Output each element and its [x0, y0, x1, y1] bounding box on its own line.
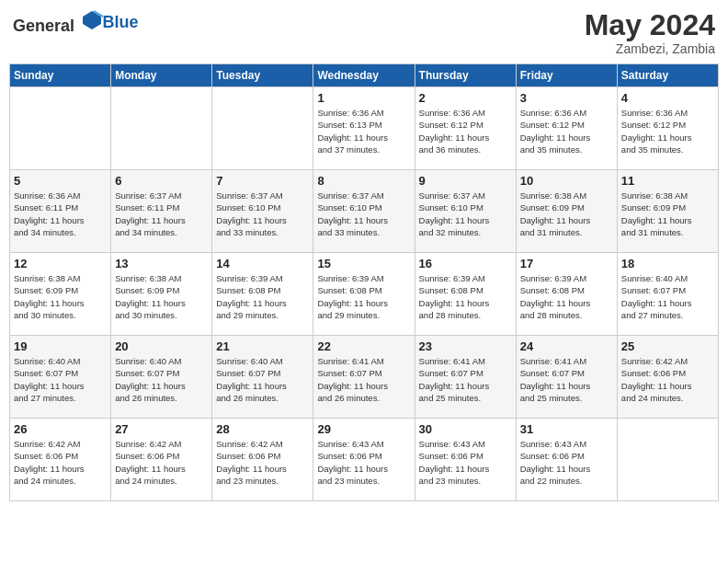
calendar-day-cell	[212, 87, 313, 170]
day-number: 21	[216, 339, 309, 353]
logo-general: General	[13, 17, 74, 35]
day-info: Sunrise: 6:36 AM Sunset: 6:12 PM Dayligh…	[419, 107, 512, 155]
day-number: 25	[621, 339, 714, 353]
calendar-day-cell: 3Sunrise: 6:36 AM Sunset: 6:12 PM Daylig…	[516, 87, 617, 170]
page-header: General Blue May 2024 Zambezi, Zambia	[9, 9, 719, 56]
calendar-day-cell: 8Sunrise: 6:37 AM Sunset: 6:10 PM Daylig…	[313, 170, 415, 253]
day-info: Sunrise: 6:43 AM Sunset: 6:06 PM Dayligh…	[419, 438, 512, 487]
header-monday: Monday	[111, 64, 212, 87]
location-subtitle: Zambezi, Zambia	[585, 41, 715, 56]
title-block: May 2024 Zambezi, Zambia	[585, 9, 715, 56]
day-number: 15	[317, 257, 410, 270]
day-number: 9	[419, 174, 512, 188]
calendar-day-cell: 20Sunrise: 6:40 AM Sunset: 6:07 PM Dayli…	[111, 336, 212, 419]
day-number: 11	[621, 174, 714, 188]
day-number: 31	[520, 422, 613, 436]
day-number: 23	[419, 339, 512, 353]
day-info: Sunrise: 6:36 AM Sunset: 6:13 PM Dayligh…	[317, 107, 410, 155]
day-info: Sunrise: 6:42 AM Sunset: 6:06 PM Dayligh…	[115, 438, 208, 487]
day-info: Sunrise: 6:43 AM Sunset: 6:06 PM Dayligh…	[317, 438, 410, 487]
header-tuesday: Tuesday	[212, 64, 313, 87]
day-info: Sunrise: 6:40 AM Sunset: 6:07 PM Dayligh…	[14, 355, 107, 404]
day-info: Sunrise: 6:42 AM Sunset: 6:06 PM Dayligh…	[216, 438, 309, 487]
calendar-day-cell: 13Sunrise: 6:38 AM Sunset: 6:09 PM Dayli…	[111, 253, 212, 336]
day-info: Sunrise: 6:38 AM Sunset: 6:09 PM Dayligh…	[14, 272, 107, 321]
calendar-day-cell: 19Sunrise: 6:40 AM Sunset: 6:07 PM Dayli…	[10, 336, 111, 419]
day-number: 7	[216, 174, 309, 188]
day-info: Sunrise: 6:41 AM Sunset: 6:07 PM Dayligh…	[419, 355, 512, 404]
calendar-day-cell: 29Sunrise: 6:43 AM Sunset: 6:06 PM Dayli…	[313, 419, 415, 501]
day-number: 30	[419, 422, 512, 436]
calendar-day-cell: 25Sunrise: 6:42 AM Sunset: 6:06 PM Dayli…	[617, 336, 718, 419]
header-saturday: Saturday	[617, 64, 718, 87]
day-number: 26	[14, 422, 107, 436]
calendar-week-row: 5Sunrise: 6:36 AM Sunset: 6:11 PM Daylig…	[10, 170, 719, 253]
header-row: SundayMondayTuesdayWednesdayThursdayFrid…	[10, 64, 719, 87]
day-info: Sunrise: 6:36 AM Sunset: 6:11 PM Dayligh…	[14, 190, 107, 238]
day-number: 22	[317, 339, 410, 353]
day-info: Sunrise: 6:39 AM Sunset: 6:08 PM Dayligh…	[419, 272, 512, 321]
day-number: 19	[14, 339, 107, 353]
day-info: Sunrise: 6:40 AM Sunset: 6:07 PM Dayligh…	[115, 355, 208, 404]
day-info: Sunrise: 6:42 AM Sunset: 6:06 PM Dayligh…	[14, 438, 107, 487]
day-number: 13	[115, 257, 208, 270]
calendar-week-row: 26Sunrise: 6:42 AM Sunset: 6:06 PM Dayli…	[10, 419, 719, 501]
day-number: 6	[115, 174, 208, 188]
day-number: 5	[14, 174, 107, 188]
day-number: 16	[419, 257, 512, 270]
calendar-day-cell: 16Sunrise: 6:39 AM Sunset: 6:08 PM Dayli…	[415, 253, 516, 336]
calendar-day-cell: 27Sunrise: 6:42 AM Sunset: 6:06 PM Dayli…	[111, 419, 212, 501]
day-info: Sunrise: 6:36 AM Sunset: 6:12 PM Dayligh…	[520, 107, 613, 155]
day-number: 18	[621, 257, 714, 270]
calendar-week-row: 1Sunrise: 6:36 AM Sunset: 6:13 PM Daylig…	[10, 87, 719, 170]
calendar-day-cell: 5Sunrise: 6:36 AM Sunset: 6:11 PM Daylig…	[10, 170, 111, 253]
day-number: 2	[419, 91, 512, 105]
day-number: 28	[216, 422, 309, 436]
calendar-day-cell: 18Sunrise: 6:40 AM Sunset: 6:07 PM Dayli…	[617, 253, 718, 336]
logo-blue: Blue	[103, 13, 139, 31]
calendar-table: SundayMondayTuesdayWednesdayThursdayFrid…	[9, 63, 719, 501]
day-info: Sunrise: 6:39 AM Sunset: 6:08 PM Dayligh…	[520, 272, 613, 321]
calendar-day-cell: 6Sunrise: 6:37 AM Sunset: 6:11 PM Daylig…	[111, 170, 212, 253]
calendar-day-cell	[617, 419, 718, 501]
day-info: Sunrise: 6:39 AM Sunset: 6:08 PM Dayligh…	[216, 272, 309, 321]
header-wednesday: Wednesday	[313, 64, 415, 87]
day-info: Sunrise: 6:38 AM Sunset: 6:09 PM Dayligh…	[115, 272, 208, 321]
day-number: 3	[520, 91, 613, 105]
day-number: 29	[317, 422, 410, 436]
calendar-header: SundayMondayTuesdayWednesdayThursdayFrid…	[10, 64, 719, 87]
calendar-day-cell: 17Sunrise: 6:39 AM Sunset: 6:08 PM Dayli…	[516, 253, 617, 336]
calendar-day-cell: 28Sunrise: 6:42 AM Sunset: 6:06 PM Dayli…	[212, 419, 313, 501]
calendar-day-cell	[111, 87, 212, 170]
day-info: Sunrise: 6:40 AM Sunset: 6:07 PM Dayligh…	[621, 272, 714, 321]
day-info: Sunrise: 6:37 AM Sunset: 6:10 PM Dayligh…	[317, 190, 410, 238]
day-info: Sunrise: 6:37 AM Sunset: 6:11 PM Dayligh…	[115, 190, 208, 238]
header-thursday: Thursday	[415, 64, 516, 87]
day-info: Sunrise: 6:37 AM Sunset: 6:10 PM Dayligh…	[216, 190, 309, 238]
day-info: Sunrise: 6:38 AM Sunset: 6:09 PM Dayligh…	[621, 190, 714, 238]
day-info: Sunrise: 6:37 AM Sunset: 6:10 PM Dayligh…	[419, 190, 512, 238]
day-info: Sunrise: 6:42 AM Sunset: 6:06 PM Dayligh…	[621, 355, 714, 404]
day-info: Sunrise: 6:41 AM Sunset: 6:07 PM Dayligh…	[317, 355, 410, 404]
calendar-day-cell: 11Sunrise: 6:38 AM Sunset: 6:09 PM Dayli…	[617, 170, 718, 253]
day-info: Sunrise: 6:39 AM Sunset: 6:08 PM Dayligh…	[317, 272, 410, 321]
day-number: 27	[115, 422, 208, 436]
day-number: 8	[317, 174, 410, 188]
calendar-day-cell: 21Sunrise: 6:40 AM Sunset: 6:07 PM Dayli…	[212, 336, 313, 419]
day-number: 20	[115, 339, 208, 353]
day-number: 4	[621, 91, 714, 105]
day-info: Sunrise: 6:40 AM Sunset: 6:07 PM Dayligh…	[216, 355, 309, 404]
day-number: 10	[520, 174, 613, 188]
calendar-day-cell: 1Sunrise: 6:36 AM Sunset: 6:13 PM Daylig…	[313, 87, 415, 170]
calendar-day-cell: 31Sunrise: 6:43 AM Sunset: 6:06 PM Dayli…	[516, 419, 617, 501]
calendar-day-cell: 7Sunrise: 6:37 AM Sunset: 6:10 PM Daylig…	[212, 170, 313, 253]
day-info: Sunrise: 6:41 AM Sunset: 6:07 PM Dayligh…	[520, 355, 613, 404]
day-number: 12	[14, 257, 107, 270]
day-number: 1	[317, 91, 410, 105]
calendar-day-cell: 10Sunrise: 6:38 AM Sunset: 6:09 PM Dayli…	[516, 170, 617, 253]
logo-icon	[81, 9, 103, 31]
day-number: 17	[520, 257, 613, 270]
calendar-day-cell: 26Sunrise: 6:42 AM Sunset: 6:06 PM Dayli…	[10, 419, 111, 501]
day-number: 14	[216, 257, 309, 270]
calendar-day-cell: 2Sunrise: 6:36 AM Sunset: 6:12 PM Daylig…	[415, 87, 516, 170]
